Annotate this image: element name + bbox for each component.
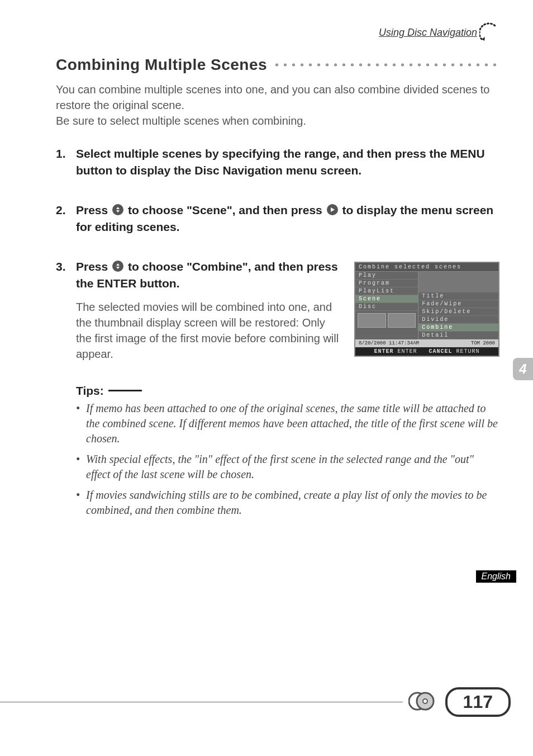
step-number: 3. bbox=[56, 258, 76, 292]
joystick-updown-icon bbox=[112, 261, 123, 272]
menu-screenshot: Combine selected scenes Play Program Pla… bbox=[354, 262, 499, 362]
status-date: 8/20/2000 11:47:34AM bbox=[359, 341, 419, 346]
screenshot-title: Combine selected scenes bbox=[355, 263, 498, 272]
footer: 117 bbox=[0, 687, 511, 717]
step-number: 2. bbox=[56, 202, 76, 236]
section-title: Using Disc Navigation bbox=[379, 27, 477, 39]
menu-item: PlayList bbox=[355, 287, 418, 295]
submenu-item: Title bbox=[418, 292, 498, 300]
tip-item: • With special effects, the "in" effect … bbox=[76, 452, 499, 482]
menu-item: Program bbox=[355, 280, 418, 287]
svg-marker-5 bbox=[116, 267, 120, 269]
menu-item-selected: Scene bbox=[355, 295, 418, 303]
step-2: 2. Press to choose "Scene", and then pre… bbox=[56, 202, 499, 236]
thumbnail bbox=[388, 313, 416, 328]
intro-line-1: You can combine multiple scenes into one… bbox=[56, 83, 489, 111]
chapter-tab: 4 bbox=[513, 358, 533, 380]
screenshot-thumb-area bbox=[418, 272, 498, 292]
submenu-item-selected: Combine bbox=[418, 324, 498, 332]
joystick-updown-icon bbox=[112, 204, 123, 215]
intro-line-2: Be sure to select multiple scenes when c… bbox=[56, 115, 306, 127]
step-text: Select multiple scenes by specifying the… bbox=[76, 145, 499, 179]
submenu-item: Detail bbox=[418, 332, 498, 339]
step-body: The selected movies will be combined int… bbox=[56, 299, 343, 362]
tip-item: • If movies sandwiching stills are to be… bbox=[76, 488, 499, 518]
screenshot-right-menu: Title Fade/Wipe Skip/Delete Divide Combi… bbox=[418, 272, 498, 339]
step-text: Press to choose "Scene", and then press … bbox=[76, 202, 499, 236]
step-3: 3. Press to choose "Combine", and then p… bbox=[56, 258, 499, 362]
svg-marker-2 bbox=[116, 210, 120, 212]
svg-marker-1 bbox=[116, 207, 120, 209]
tips-heading: Tips: bbox=[56, 384, 499, 398]
page-title: Combining Multiple Scenes bbox=[56, 56, 267, 74]
step-text: Press to choose "Combine", and then pres… bbox=[76, 258, 343, 292]
footer-line bbox=[0, 702, 403, 702]
tips-list: • If memo has been attached to one of th… bbox=[56, 401, 499, 518]
menu-item: Play bbox=[355, 272, 418, 280]
dotted-arc-icon bbox=[479, 22, 499, 42]
intro-text: You can combine multiple scenes into one… bbox=[56, 82, 499, 129]
joystick-right-icon bbox=[327, 204, 338, 215]
screenshot-left-menu: Play Program PlayList Scene Disc bbox=[355, 272, 418, 339]
thumbnail bbox=[358, 313, 386, 328]
svg-marker-0 bbox=[482, 37, 485, 41]
step-number: 1. bbox=[56, 145, 76, 179]
submenu-item: Skip/Delete bbox=[418, 308, 498, 316]
tips-line-icon bbox=[108, 390, 142, 391]
leader-dots bbox=[273, 62, 499, 68]
disc-icon bbox=[408, 691, 436, 714]
submenu-item: Divide bbox=[418, 316, 498, 324]
screenshot-footer: ENTER ENTER CANCEL RETURN bbox=[355, 347, 498, 356]
bullet-icon: • bbox=[76, 452, 86, 482]
bullet-icon: • bbox=[76, 401, 86, 446]
bullet-icon: • bbox=[76, 488, 86, 518]
tips-label: Tips: bbox=[76, 384, 104, 398]
svg-marker-3 bbox=[331, 207, 335, 212]
svg-marker-4 bbox=[116, 263, 120, 266]
screenshot-status-bar: 8/20/2000 11:47:34AM TOM 2000 bbox=[355, 339, 498, 347]
menu-item: Disc bbox=[355, 303, 418, 311]
page-number: 117 bbox=[445, 687, 511, 717]
step-1: 1. Select multiple scenes by specifying … bbox=[56, 145, 499, 179]
status-label: TOM 2000 bbox=[471, 341, 495, 346]
header: Using Disc Navigation bbox=[379, 22, 499, 42]
svg-point-8 bbox=[423, 699, 427, 703]
language-tag: English bbox=[476, 570, 516, 583]
submenu-item: Fade/Wipe bbox=[418, 300, 498, 308]
screenshot-thumbnails bbox=[355, 311, 418, 330]
tip-item: • If memo has been attached to one of th… bbox=[76, 401, 499, 446]
